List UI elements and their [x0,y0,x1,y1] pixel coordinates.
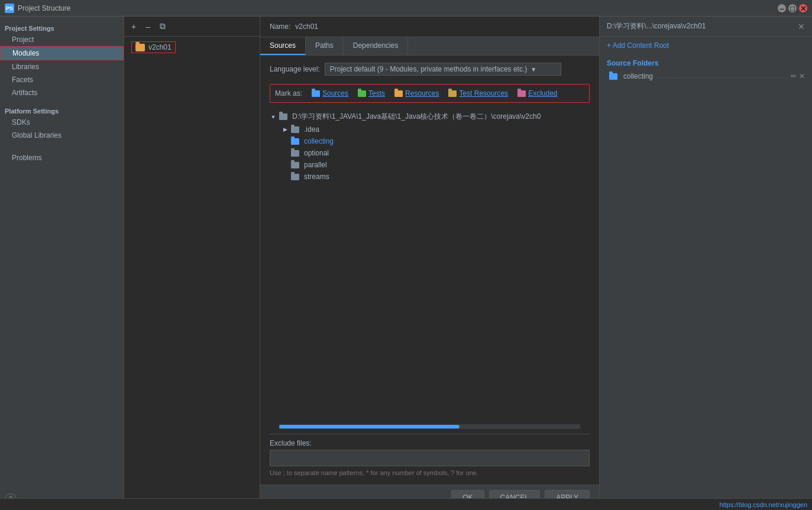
app-icon: PS [5,4,14,13]
sidebar-item-global-libraries[interactable]: Global Libraries [0,129,124,142]
exclude-files-input[interactable] [270,450,590,466]
tree-root-arrow: ▼ [270,113,277,121]
maximize-button[interactable]: □ [788,4,797,12]
right-panel-path: D:\学习资料\...\corejava\v2ch01 [607,21,706,31]
test-resources-folder-icon [448,90,457,97]
tree-collecting-folder-icon [291,138,299,145]
tab-paths[interactable]: Paths [306,37,344,55]
sidebar-item-sdks[interactable]: SDKs [0,116,124,129]
module-folder-icon [135,44,145,51]
tree-parallel-folder-icon [291,162,299,168]
sidebar-item-artifacts[interactable]: Artifacts [0,86,124,99]
mark-as-row: Mark as: Sources Tests Resources Test Re… [270,84,590,103]
content-panel: Name: v2ch01 Sources Paths Dependencies … [260,17,599,510]
sidebar: Project Settings Project Modules Librari… [0,17,124,510]
add-content-root-button[interactable]: + Add Content Root [600,37,812,54]
tree-idea-arrow: ▶ [282,126,289,133]
scrollbar-thumb [279,425,460,428]
language-level-dropdown-arrow: ▼ [530,66,536,73]
sf-folder-icon [609,73,617,80]
status-bar: https://blog.csdn.net/xujinggen [0,498,812,510]
close-button[interactable]: ✕ [799,4,807,12]
add-content-root-label: + Add Content Root [607,41,669,50]
sf-right: ✏ ✕ [791,72,805,80]
module-toolbar: + – ⧉ [124,17,260,37]
module-entry-v2ch01[interactable]: v2ch01 [124,39,260,56]
tree-collecting-label: collecting [304,137,334,145]
name-value: v2ch01 [295,22,318,31]
right-panel-close-button[interactable]: ✕ [798,22,805,31]
tree-idea-folder-icon [291,126,299,133]
tree-streams[interactable]: ▶ streams [270,171,590,183]
sf-dots: ........................................… [655,72,788,80]
tree-parallel-label: parallel [304,161,327,169]
exclude-section: Exclude files: Use ; to separate name pa… [270,434,590,477]
sf-edit-button[interactable]: ✏ [791,72,797,80]
window-title: Project Structure [18,4,70,12]
remove-module-button[interactable]: – [143,21,153,33]
mark-excluded-button[interactable]: Excluded [515,89,559,98]
tree-root[interactable]: ▼ D:\学习资料\1_JAVA\1_Java基础\1_Java核心技术（卷一卷… [270,110,590,124]
tabs: Sources Paths Dependencies [260,37,599,56]
minimize-button[interactable]: – [778,4,786,12]
title-bar-left: PS Project Structure [5,4,70,13]
language-level-label: Language level: [270,65,320,73]
tree-idea-label: .idea [304,125,319,134]
sf-remove-button[interactable]: ✕ [799,72,805,80]
title-bar: PS Project Structure – □ ✕ [0,0,812,17]
file-tree: ▼ D:\学习资料\1_JAVA\1_Java基础\1_Java核心技术（卷一卷… [270,110,590,420]
tree-optional[interactable]: ▶ optional [270,147,590,159]
mark-as-label: Mark as: [275,89,302,98]
name-row: Name: v2ch01 [260,17,599,37]
sf-left: collecting [607,72,653,80]
sidebar-item-facets[interactable]: Facets [0,73,124,86]
module-entry-box: v2ch01 [131,41,176,53]
sidebar-item-modules[interactable]: Modules [0,46,124,60]
tree-root-folder-icon [279,113,287,120]
exclude-files-label: Exclude files: [270,439,590,447]
mark-test-resources-button[interactable]: Test Resources [446,89,510,98]
language-level-value: Project default (9 - Modules, private me… [330,65,528,73]
tree-parallel[interactable]: ▶ parallel [270,159,590,171]
copy-module-button[interactable]: ⧉ [157,20,168,33]
sidebar-item-problems[interactable]: Problems [0,151,124,164]
right-panel-header: D:\学习资料\...\corejava\v2ch01 ✕ [600,17,812,37]
tab-sources[interactable]: Sources [260,37,306,55]
add-module-button[interactable]: + [129,21,138,33]
sources-folder-icon [312,90,320,97]
content-body: Language level: Project default (9 - Mod… [260,56,599,485]
tree-root-label: D:\学习资料\1_JAVA\1_Java基础\1_Java核心技术（卷一卷二）… [292,112,541,122]
main-layout: Project Settings Project Modules Librari… [0,17,812,510]
tree-optional-label: optional [304,149,329,157]
exclude-hint: Use ; to separate name patterns, * for a… [270,469,590,477]
language-level-row: Language level: Project default (9 - Mod… [270,63,590,76]
horizontal-scrollbar[interactable] [279,424,580,429]
status-url: https://blog.csdn.net/xujinggen [719,501,807,508]
source-folders-title: Source Folders [607,59,805,67]
tree-collecting[interactable]: ▶ collecting [270,135,590,147]
tab-dependencies[interactable]: Dependencies [344,37,409,55]
tree-optional-folder-icon [291,150,299,157]
module-entry-name: v2ch01 [148,43,172,51]
mark-sources-button[interactable]: Sources [309,89,351,98]
project-settings-header: Project Settings [0,21,124,33]
sidebar-item-libraries[interactable]: Libraries [0,60,124,73]
sidebar-item-project[interactable]: Project [0,33,124,46]
excluded-folder-icon [517,90,526,97]
sf-name: collecting [623,72,653,80]
mark-tests-button[interactable]: Tests [355,89,387,98]
source-folder-item-collecting: collecting .............................… [607,71,805,82]
module-panel: + – ⧉ v2ch01 [124,17,260,510]
source-folders-section: Source Folders collecting ..............… [600,54,812,86]
tree-idea[interactable]: ▶ .idea [270,124,590,135]
platform-settings-header: Platform Settings [0,104,124,116]
language-level-dropdown[interactable]: Project default (9 - Modules, private me… [325,63,561,76]
resources-folder-icon [394,90,403,97]
right-panel: D:\学习资料\...\corejava\v2ch01 ✕ + Add Cont… [599,17,812,510]
module-list: v2ch01 [124,37,260,58]
name-label: Name: [270,22,290,31]
tree-streams-folder-icon [291,174,299,180]
tests-folder-icon [358,90,366,97]
mark-resources-button[interactable]: Resources [392,89,441,98]
window-controls: – □ ✕ [778,4,807,12]
